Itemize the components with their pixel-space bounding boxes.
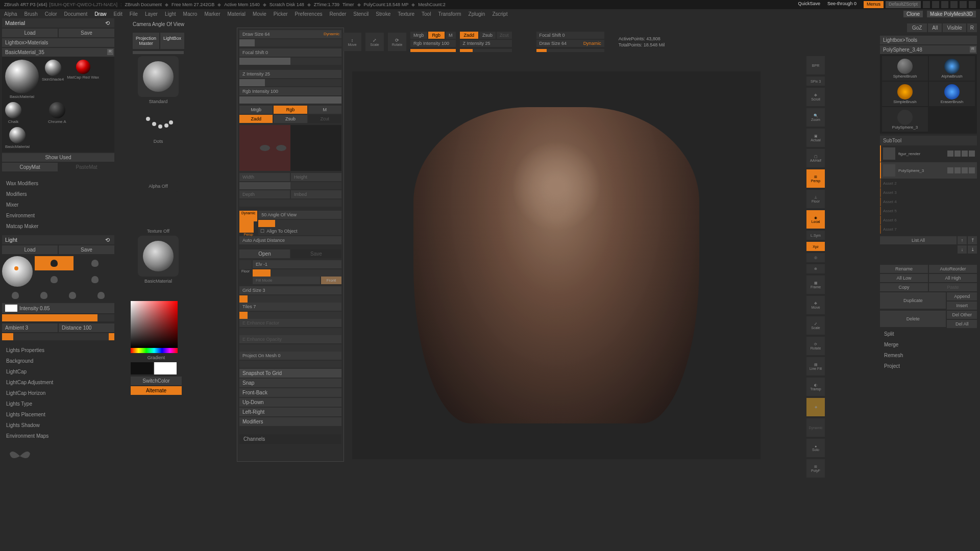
- tool-alpha[interactable]: AlphaBrush: [929, 56, 975, 81]
- tool-polysphere[interactable]: PolySphere_3: [882, 107, 928, 132]
- dynamic-button[interactable]: Dynamic: [806, 418, 825, 437]
- r-toggle[interactable]: R: [970, 46, 976, 53]
- canvas[interactable]: [352, 71, 761, 459]
- remesh-section[interactable]: Remesh: [880, 350, 977, 360]
- material-chalk[interactable]: [5, 102, 21, 118]
- linefill-button[interactable]: ▤Line Fill: [806, 357, 825, 375]
- elv-slider[interactable]: Elv -1: [253, 260, 341, 268]
- light-4[interactable]: [76, 272, 114, 287]
- vis-icon[interactable]: [954, 167, 961, 173]
- zadd-toggle[interactable]: Zadd: [239, 115, 273, 123]
- vis-icon[interactable]: [969, 167, 975, 173]
- enhance-slider[interactable]: E Enhance Factor: [239, 319, 341, 327]
- subtool-item-0[interactable]: figur_render: [880, 145, 977, 162]
- switchcolor-button[interactable]: SwitchColor: [131, 377, 182, 385]
- menu-file[interactable]: File: [130, 11, 138, 17]
- enhance-bar[interactable]: [239, 328, 341, 335]
- autoadjust-button[interactable]: Auto Adjust Distance: [239, 236, 341, 244]
- section-background[interactable]: Background: [2, 356, 114, 366]
- section-lightcaphor[interactable]: LightCap Horizon: [2, 388, 114, 398]
- transp-button[interactable]: ◐Transp: [806, 378, 825, 396]
- persp-button[interactable]: ⊞Persp: [806, 169, 825, 188]
- dynamic-label[interactable]: Dynamic: [583, 41, 601, 46]
- menu-picker[interactable]: Picker: [274, 11, 288, 17]
- section-lightprops[interactable]: Lights Properties: [2, 345, 114, 355]
- floor-button[interactable]: ⊥Floor: [806, 190, 825, 208]
- rgbintensity-slider[interactable]: Rgb Intensity 100: [239, 87, 341, 95]
- scale-tool[interactable]: ⤢Scale: [365, 33, 384, 51]
- project-section[interactable]: Project: [880, 361, 977, 371]
- window-icon[interactable]: [932, 1, 939, 8]
- menu-preferences[interactable]: Preferences: [295, 11, 323, 17]
- channels-section[interactable]: Channels: [239, 434, 341, 444]
- show-used-button[interactable]: Show Used: [2, 153, 114, 162]
- light-save-button[interactable]: Save: [59, 245, 114, 254]
- subtool-item-5[interactable]: Asset 5: [880, 207, 977, 215]
- rename-button[interactable]: Rename: [880, 265, 928, 273]
- timer[interactable]: Timer: [342, 2, 354, 7]
- menu-stencil[interactable]: Stencil: [353, 11, 369, 17]
- m-toggle[interactable]: M: [308, 106, 341, 114]
- light-6[interactable]: [31, 289, 57, 302]
- drawsize-bar[interactable]: [536, 49, 604, 52]
- current-material[interactable]: BasicMaterial_35 R: [2, 48, 114, 57]
- gridsize-bar[interactable]: [239, 295, 341, 303]
- distance-slider[interactable]: Distance 100: [59, 323, 114, 332]
- light-1[interactable]: [35, 256, 74, 270]
- vis-icon[interactable]: [954, 151, 961, 157]
- projmesh-slider[interactable]: Project On Mesh 0: [239, 352, 341, 360]
- menu-texture[interactable]: Texture: [398, 11, 414, 17]
- secondary-color[interactable]: [131, 362, 153, 374]
- updown-button[interactable]: Up-Down: [239, 398, 341, 407]
- m-toggle-top[interactable]: M: [446, 32, 456, 39]
- goz-r-button[interactable]: R: [967, 23, 977, 32]
- frontback-button[interactable]: Front-Back: [239, 388, 341, 397]
- section-environment[interactable]: Environment: [2, 211, 114, 220]
- axis2-button[interactable]: ⊕: [806, 264, 825, 273]
- subtool-item-3[interactable]: Asset 3: [880, 188, 977, 197]
- goz-button[interactable]: GoZ: [907, 23, 927, 32]
- allhigh-button[interactable]: All High: [929, 274, 977, 282]
- intensity-slider[interactable]: Intensity 0.85: [19, 306, 50, 311]
- intensity-bar[interactable]: [2, 314, 114, 321]
- tool-simple[interactable]: SimpleBrush: [882, 82, 928, 106]
- subtool-item-4[interactable]: Asset 4: [880, 197, 977, 206]
- lightbox-button[interactable]: LightBox: [160, 33, 184, 49]
- menu-light[interactable]: Light: [165, 11, 176, 17]
- light-2[interactable]: [76, 256, 114, 270]
- rgb-toggle-top[interactable]: Rgb: [428, 32, 445, 39]
- goz-all-button[interactable]: All: [928, 23, 942, 32]
- material-chrome[interactable]: [49, 102, 65, 118]
- light-5[interactable]: [2, 289, 29, 302]
- bpr-button[interactable]: BPR: [806, 56, 825, 74]
- rgb-toggle[interactable]: Rgb: [274, 106, 307, 114]
- light-8[interactable]: [88, 289, 114, 302]
- menu-document[interactable]: Document: [64, 11, 88, 17]
- copymat-button[interactable]: CopyMat: [2, 163, 58, 171]
- insert-button[interactable]: Insert: [947, 302, 977, 310]
- frame-button[interactable]: ▦Frame: [806, 276, 825, 294]
- light-color-swatch[interactable]: [5, 305, 17, 312]
- zoom-button[interactable]: 🔍Zoom: [806, 108, 825, 127]
- menu-material[interactable]: Material: [228, 11, 246, 17]
- rotate-tool[interactable]: ⟳Rotate: [388, 33, 406, 51]
- delother-button[interactable]: Del Other: [947, 311, 977, 319]
- enhanceop-slider[interactable]: E Enhance Opacity: [239, 335, 341, 343]
- material-load-button[interactable]: Load: [2, 29, 58, 37]
- lightbox-tools-button[interactable]: Lightbox>Tools: [880, 36, 977, 44]
- zint-bar[interactable]: [460, 49, 512, 52]
- light-3[interactable]: [35, 272, 74, 287]
- arrow-bottom-button[interactable]: ⤓: [968, 245, 977, 254]
- projmesh-bar[interactable]: [239, 361, 341, 368]
- alllow-button[interactable]: All Low: [880, 274, 928, 282]
- subtool-header[interactable]: SubTool: [880, 136, 977, 145]
- draw-modifiers-button[interactable]: Modifiers: [239, 417, 341, 426]
- floor-icon[interactable]: [239, 260, 252, 269]
- menu-edit[interactable]: Edit: [114, 11, 122, 17]
- spix-slider[interactable]: SPix 3: [806, 77, 825, 86]
- rgbint-slider-top[interactable]: Rgb Intensity 100: [410, 40, 456, 47]
- projection-master-button[interactable]: Projection Master: [133, 33, 159, 49]
- menu-stroke[interactable]: Stroke: [376, 11, 390, 17]
- section-lightsplacement[interactable]: Lights Placement: [2, 410, 114, 419]
- front-button[interactable]: Front: [321, 277, 341, 284]
